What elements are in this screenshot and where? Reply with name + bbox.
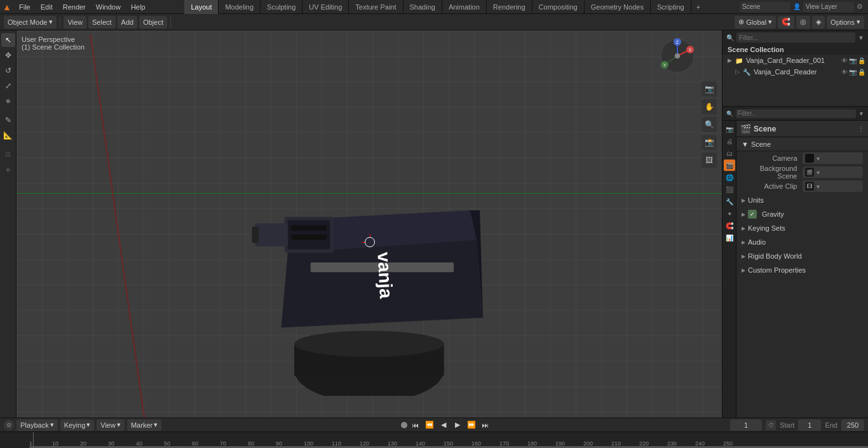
pan-btn[interactable]: ✋	[702, 99, 717, 114]
scene-selector[interactable]: Scene	[740, 2, 790, 12]
outliner-cam-btn-1[interactable]: 📷	[849, 69, 857, 76]
jump-start-btn[interactable]: ⏮	[410, 419, 421, 431]
modifier-properties-icon[interactable]: 🔧	[724, 196, 735, 207]
gravity-checkbox[interactable]: ✓	[748, 210, 757, 219]
menu-window[interactable]: Window	[91, 0, 126, 14]
navigation-gizmo[interactable]: X Y Z	[658, 37, 696, 75]
move-tool[interactable]: ✥	[1, 48, 15, 62]
custom-properties-collapsible[interactable]: ▶ Custom Properties	[736, 263, 868, 277]
scene-section-header[interactable]: ▼ Scene	[736, 137, 868, 151]
play-forward-btn[interactable]: ▶	[452, 419, 463, 431]
marker-menu[interactable]: Marker ▾	[127, 419, 161, 431]
zoom-btn[interactable]: 🔍	[702, 117, 717, 132]
add-object-tool[interactable]: ⊹	[1, 163, 15, 177]
camera-view-btn[interactable]: 📷	[702, 81, 717, 97]
proportional-editing[interactable]: ◎	[796, 16, 810, 29]
constraints-properties-icon[interactable]: 📊	[724, 232, 735, 243]
add-menu[interactable]: Add	[118, 16, 138, 29]
menu-file[interactable]: File	[14, 0, 36, 14]
current-frame-field[interactable]: 1	[730, 419, 762, 431]
select-menu[interactable]: Select	[88, 16, 116, 29]
tab-uv-editing[interactable]: UV Editing	[302, 0, 349, 14]
physics-properties-icon[interactable]: 🧲	[724, 220, 735, 231]
annotate-tool[interactable]: ✎	[1, 113, 15, 127]
timeline-view-menu[interactable]: View ▾	[97, 419, 125, 431]
playback-menu[interactable]: Playback ▾	[17, 419, 58, 431]
output-properties-icon[interactable]: 🖨	[724, 135, 735, 147]
keying-menu[interactable]: Keying ▾	[60, 419, 95, 431]
outliner-lock-btn-1[interactable]: 🔒	[858, 69, 865, 76]
end-frame-field[interactable]: 250	[841, 419, 864, 431]
rotate-tool[interactable]: ↺	[1, 64, 15, 78]
outliner-lock-btn-0[interactable]: 🔒	[858, 57, 865, 64]
options-btn[interactable]: Options ▾	[827, 16, 864, 29]
start-frame-field[interactable]: 1	[798, 419, 821, 431]
gravity-collapsible[interactable]: ▶ ✓ Gravity	[736, 207, 868, 221]
outliner-header: 🔍 ▼	[722, 31, 868, 44]
add-workspace-button[interactable]: +	[691, 3, 705, 11]
menu-edit[interactable]: Edit	[36, 0, 58, 14]
tab-modeling[interactable]: Modeling	[219, 0, 261, 14]
render-preview-btn[interactable]: 🖼	[702, 153, 717, 168]
view-layer-properties-icon[interactable]: 🗂	[724, 147, 735, 159]
scale-tool[interactable]: ⤢	[1, 79, 15, 93]
pivot-point[interactable]: ◈	[812, 16, 825, 29]
view-layer-selector[interactable]: View Layer	[803, 2, 854, 12]
tab-sculpting[interactable]: Sculpting	[261, 0, 302, 14]
mode-selector[interactable]: Object Mode ▾	[4, 16, 57, 29]
tab-animation[interactable]: Animation	[442, 0, 487, 14]
transform-orientations[interactable]: ⊕ Global ▾	[735, 16, 776, 29]
active-clip-field[interactable]: 🎞 ▾	[803, 180, 864, 192]
properties-search-input[interactable]	[736, 109, 856, 118]
outliner-eye-btn-1[interactable]: 👁	[841, 69, 848, 76]
outliner-item-root[interactable]: ▶ 📁 Vanja_Card_Reader_001 👁 📷 🔒	[722, 55, 868, 66]
view-menu[interactable]: View	[64, 16, 86, 29]
jump-end-btn[interactable]: ⏭	[480, 419, 491, 431]
timeline-menu-icon[interactable]: ⚙	[4, 420, 14, 430]
viewport[interactable]: vanja User Perspective (1) Scene Collect…	[17, 31, 722, 417]
timeline-ruler[interactable]: 1 10 20 30 40 50 60 70 80 90 100 110 120…	[0, 432, 868, 448]
render-properties-icon[interactable]: 📷	[724, 123, 735, 135]
outliner-search-input[interactable]	[736, 32, 855, 43]
scene-properties-icon[interactable]: 🎬	[724, 160, 735, 171]
tab-rendering[interactable]: Rendering	[487, 0, 532, 14]
scene-options-btn[interactable]: ⋮	[858, 125, 864, 132]
record-btn[interactable]	[401, 422, 407, 428]
play-back-btn[interactable]: ◀	[438, 419, 449, 431]
particles-properties-icon[interactable]: ✦	[724, 208, 735, 219]
menu-render[interactable]: Render	[58, 0, 91, 14]
step-forward-btn[interactable]: ⏩	[466, 419, 477, 431]
keying-sets-collapsible[interactable]: ▶ Keying Sets	[736, 221, 868, 235]
step-back-btn[interactable]: ⏪	[424, 419, 435, 431]
audio-collapsible[interactable]: ▶ Audio	[736, 235, 868, 249]
tab-layout[interactable]: Layout	[184, 0, 219, 14]
tab-scripting[interactable]: Scripting	[651, 0, 691, 14]
keying-sets-triangle: ▶	[742, 226, 745, 231]
measure-tool[interactable]: 📐	[1, 128, 15, 142]
tab-shading[interactable]: Shading	[403, 0, 442, 14]
outliner-filter-btn[interactable]: ▼	[858, 34, 864, 41]
select-tool[interactable]: ↖	[1, 33, 15, 47]
rigid-body-world-collapsible[interactable]: ▶ Rigid Body World	[736, 249, 868, 263]
object-properties-icon[interactable]: ⬛	[724, 184, 735, 195]
units-collapsible[interactable]: ▶ Units	[736, 193, 868, 207]
world-properties-icon[interactable]: 🌐	[724, 172, 735, 183]
background-scene-field[interactable]: 🎬 ▾	[803, 166, 864, 178]
camera-field[interactable]: ▾	[803, 153, 864, 164]
snap-settings[interactable]: 🧲	[778, 16, 794, 29]
tab-texture-paint[interactable]: Texture Paint	[349, 0, 403, 14]
view-layer-settings-icon[interactable]: ⚙	[857, 3, 863, 11]
outliner-cam-btn-0[interactable]: 📷	[849, 57, 857, 64]
camera-to-view-btn[interactable]: 📸	[702, 135, 717, 150]
object-menu[interactable]: Object	[139, 16, 167, 29]
outliner-item-child[interactable]: ▷ 🔧 Vanja_Card_Reader 👁 📷 🔒	[722, 66, 868, 78]
tab-compositing[interactable]: Compositing	[532, 0, 585, 14]
app-icon: ▲	[0, 0, 14, 14]
menu-help[interactable]: Help	[126, 0, 151, 14]
transform-tool[interactable]: ⊕	[1, 94, 15, 108]
tab-geometry-nodes[interactable]: Geometry Nodes	[585, 0, 651, 14]
add-cube-tool[interactable]: □	[1, 147, 15, 161]
properties-filter-btn[interactable]: ▼	[858, 111, 864, 117]
outliner-eye-btn-0[interactable]: 👁	[841, 57, 848, 64]
fps-settings-btn[interactable]: ⏱	[766, 420, 776, 430]
